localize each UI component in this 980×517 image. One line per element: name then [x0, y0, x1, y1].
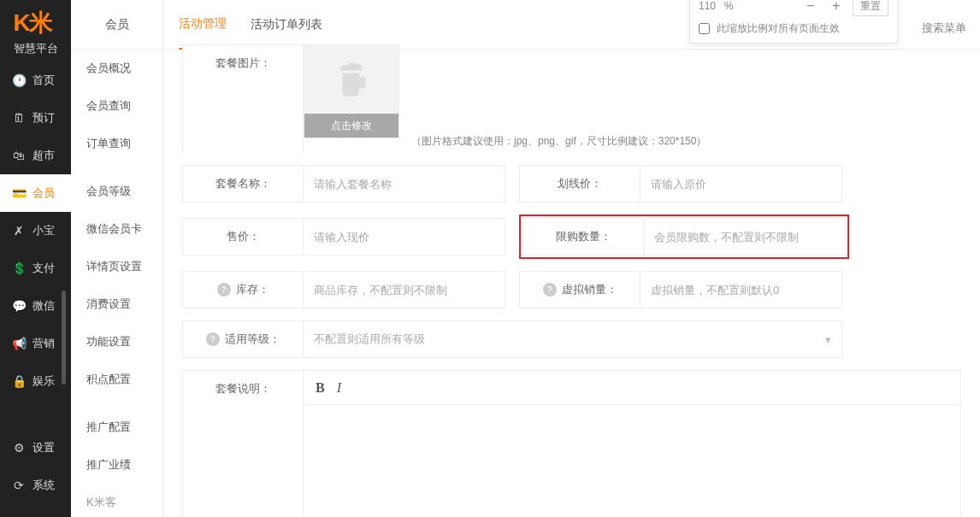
- bold-button[interactable]: B: [316, 380, 325, 396]
- input-strike-price[interactable]: [641, 165, 842, 203]
- main-content: 活动管理 活动订单列表 套餐图片： 点击修改 （图片格式建议使用：jpg、png…: [163, 0, 980, 517]
- tab-order-list[interactable]: 活动订单列表: [251, 0, 322, 50]
- nav-label: 微信: [32, 298, 55, 314]
- field-limit-highlighted: 限购数量：: [519, 214, 849, 259]
- label-virtual-text: 虚拟销量：: [562, 282, 617, 297]
- description-editor: B I: [304, 370, 961, 517]
- chevron-down-icon: ▾: [825, 333, 831, 346]
- nav-pay[interactable]: 💲支付: [0, 250, 71, 287]
- submenu-item-kmike[interactable]: K米客: [71, 484, 162, 517]
- nav-wechat[interactable]: 💬微信: [0, 287, 71, 325]
- nav-label: 系统: [32, 478, 55, 493]
- submenu: 会员 会员概况 会员查询 订单查询 会员等级 微信会员卡 详情页设置 消费设置 …: [71, 0, 163, 517]
- logo-sub: 智慧平台: [14, 41, 58, 56]
- editor-body[interactable]: [304, 405, 960, 517]
- left-sidebar: K米 智慧平台 🕐首页 🗓预订 🛍超市 💳会员 ✗小宝 💲支付 💬微信 📢营销 …: [0, 0, 71, 517]
- nav-label: 设置: [32, 440, 55, 455]
- nav-label: 营销: [32, 336, 55, 351]
- image-uploader[interactable]: 点击修改: [304, 44, 399, 138]
- submenu-item-points[interactable]: 积点配置: [71, 361, 162, 398]
- label-description: 套餐说明：: [182, 370, 304, 517]
- zoom-value: 110: [699, 0, 716, 12]
- image-hint: （图片格式建议使用：jpg、png、gif，尺寸比例建议：320*150）: [411, 129, 706, 153]
- zoom-apply-all-checkbox[interactable]: [699, 23, 710, 34]
- submenu-item-func[interactable]: 功能设置: [71, 323, 162, 361]
- calendar-icon: 🗓: [12, 111, 26, 125]
- label-level: ?适用等级：: [182, 320, 304, 358]
- sidebar-scrollbar[interactable]: [62, 291, 66, 385]
- image-preview: [331, 45, 372, 114]
- gear-icon: ⚙: [12, 441, 26, 455]
- input-limit[interactable]: [644, 218, 846, 256]
- input-stock[interactable]: [304, 271, 505, 308]
- label-package-name: 套餐名称：: [182, 165, 304, 203]
- tab-activity-manage[interactable]: 活动管理: [179, 0, 227, 50]
- submenu-item-level[interactable]: 会员等级: [71, 173, 162, 210]
- lock-icon: 🔒: [12, 374, 26, 388]
- input-price[interactable]: [304, 218, 505, 256]
- select-level-placeholder: 不配置则适用所有等级: [314, 332, 425, 347]
- zoom-out-button[interactable]: −: [801, 0, 820, 15]
- beer-icon: [331, 59, 372, 100]
- label-strike-price: 划线价：: [519, 165, 641, 203]
- submenu-item-perf[interactable]: 推广业绩: [71, 446, 162, 484]
- nav-label: 娱乐: [32, 373, 55, 389]
- search-menu-link[interactable]: 搜索菜单: [922, 21, 966, 36]
- dashboard-icon: 🕐: [12, 73, 26, 87]
- nav-label: 支付: [32, 261, 55, 276]
- label-stock: ?库存：: [182, 271, 304, 308]
- nav-label: 会员: [32, 185, 55, 201]
- logo-text: K米: [14, 7, 58, 39]
- submenu-title: 会员: [71, 0, 162, 50]
- help-icon[interactable]: ?: [217, 283, 231, 297]
- nav-xiaobao[interactable]: ✗小宝: [0, 212, 71, 250]
- nav-label: 超市: [32, 148, 55, 163]
- submenu-item-query[interactable]: 会员查询: [71, 87, 162, 125]
- select-level[interactable]: 不配置则适用所有等级 ▾: [304, 320, 842, 358]
- submenu-item-order[interactable]: 订单查询: [71, 125, 162, 162]
- nav-label: 小宝: [32, 223, 55, 238]
- x-icon: ✗: [12, 224, 26, 238]
- zoom-in-button[interactable]: +: [827, 0, 846, 15]
- megaphone-icon: 📢: [12, 337, 26, 350]
- label-package-image: 套餐图片：: [182, 44, 304, 153]
- zoom-reset-button[interactable]: 重置: [853, 0, 888, 16]
- refresh-icon: ⟳: [12, 479, 26, 492]
- wechat-icon: 💬: [12, 299, 26, 313]
- help-icon[interactable]: ?: [543, 283, 557, 297]
- card-icon: 💳: [12, 186, 26, 200]
- row-package-image: 套餐图片： 点击修改 （图片格式建议使用：jpg、png、gif，尺寸比例建议：…: [182, 44, 961, 153]
- label-stock-text: 库存：: [236, 282, 269, 297]
- nav-booking[interactable]: 🗓预订: [0, 99, 71, 137]
- nav-home[interactable]: 🕐首页: [0, 62, 71, 99]
- logo: K米 智慧平台: [14, 7, 58, 56]
- nav-system[interactable]: ⟳系统: [0, 467, 71, 504]
- editor-toolbar: B I: [304, 371, 960, 405]
- nav-entertain[interactable]: 🔒娱乐: [0, 362, 71, 400]
- nav-label: 预订: [32, 110, 55, 126]
- italic-button[interactable]: I: [337, 380, 341, 396]
- row-description: 套餐说明： B I: [182, 370, 961, 517]
- nav-member[interactable]: 💳会员: [0, 174, 71, 212]
- input-virtual[interactable]: [641, 271, 842, 308]
- label-limit: 限购数量：: [522, 218, 644, 256]
- submenu-item-overview[interactable]: 会员概况: [71, 50, 162, 87]
- submenu-item-consume[interactable]: 消费设置: [71, 285, 162, 323]
- zoom-unit: %: [724, 0, 734, 12]
- nav-settings[interactable]: ⚙设置: [0, 429, 71, 467]
- bag-icon: 🛍: [12, 149, 26, 162]
- label-virtual: ?虚拟销量：: [519, 271, 641, 308]
- zoom-apply-all-label: 此缩放比例对所有页面生效: [717, 21, 840, 36]
- label-level-text: 适用等级：: [225, 332, 280, 347]
- money-icon: 💲: [12, 261, 26, 275]
- submenu-item-promo[interactable]: 推广配置: [71, 408, 162, 446]
- submenu-item-detail[interactable]: 详情页设置: [71, 248, 162, 285]
- nav-market[interactable]: 🛍超市: [0, 137, 71, 174]
- image-change-button[interactable]: 点击修改: [304, 114, 398, 138]
- zoom-panel: 110 % − + 重置 此缩放比例对所有页面生效: [689, 0, 898, 44]
- submenu-item-wxcard[interactable]: 微信会员卡: [71, 210, 162, 248]
- nav-marketing[interactable]: 📢营销: [0, 325, 71, 362]
- input-package-name[interactable]: [304, 165, 505, 203]
- help-icon[interactable]: ?: [206, 332, 220, 346]
- label-price: 售价：: [182, 218, 304, 256]
